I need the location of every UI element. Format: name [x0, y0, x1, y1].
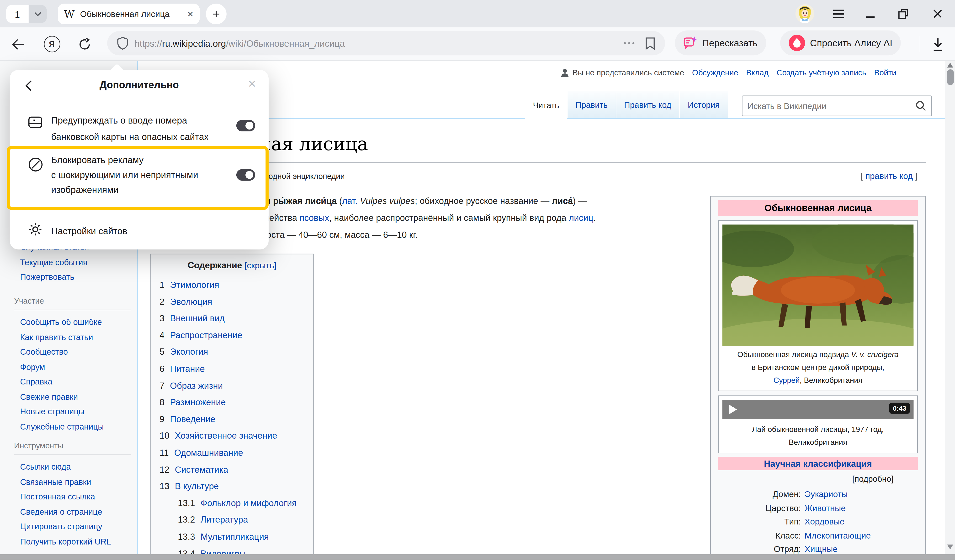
- block-ads-toggle[interactable]: [236, 169, 255, 181]
- panel-close-icon[interactable]: ✕: [248, 78, 257, 91]
- classification-value-link[interactable]: Хордовые: [805, 515, 922, 528]
- personal-link[interactable]: Войти: [874, 68, 896, 77]
- edit-code-link[interactable]: править код: [865, 171, 913, 181]
- toc-link[interactable]: Экология: [170, 347, 208, 357]
- sidebar-link[interactable]: Связанные правки: [20, 475, 127, 490]
- close-window-button[interactable]: [927, 0, 948, 27]
- page-tab[interactable]: Читать: [525, 91, 567, 120]
- classification-details-link[interactable]: [подробно]: [714, 470, 921, 487]
- card-warning-toggle[interactable]: [236, 120, 255, 131]
- toc-link[interactable]: Образ жизни: [170, 381, 223, 390]
- summarize-button[interactable]: Пересказать: [675, 31, 766, 56]
- url-path: /wiki/Обыкновенная_лисица: [226, 38, 345, 48]
- toc-link[interactable]: Одомашнивание: [174, 448, 243, 457]
- toc-link[interactable]: Поведение: [170, 414, 215, 424]
- sidebar-link[interactable]: Как править статьи: [20, 330, 127, 345]
- scrollbar-thumb[interactable]: [947, 69, 954, 85]
- classification-header-link[interactable]: Научная классификация: [764, 459, 872, 468]
- scroll-down-arrow[interactable]: [947, 544, 953, 549]
- personal-link[interactable]: Обсуждение: [692, 68, 738, 77]
- site-settings-item[interactable]: Настройки сайтов: [51, 223, 127, 239]
- new-tab-button[interactable]: +: [206, 3, 227, 24]
- sidebar-link[interactable]: Сообщить об ошибке: [20, 315, 127, 330]
- more-actions-icon[interactable]: [623, 41, 635, 45]
- vertical-scrollbar[interactable]: [945, 61, 955, 554]
- audio-player[interactable]: 0:43: [722, 400, 913, 419]
- toc-link[interactable]: Эволюция: [170, 297, 212, 306]
- toc-header: Содержание [скрыть]: [151, 261, 313, 270]
- toc-link[interactable]: Систематика: [175, 465, 228, 474]
- sidebar-link[interactable]: Сведения о странице: [20, 505, 127, 519]
- sidebar-link[interactable]: Ссылки сюда: [20, 460, 127, 475]
- classification-value-link[interactable]: Млекопитающие: [805, 529, 922, 542]
- chevron-down-icon[interactable]: [29, 5, 47, 23]
- sidebar-link[interactable]: Цитировать страницу: [20, 520, 127, 535]
- downloads-icon[interactable]: [928, 27, 948, 61]
- restore-window-button[interactable]: [893, 0, 914, 27]
- toc-item: 13.3Мультипликация: [151, 529, 313, 546]
- back-button[interactable]: [9, 27, 28, 61]
- toc-link[interactable]: Литература: [200, 515, 248, 525]
- page-tab[interactable]: Править: [568, 91, 616, 118]
- gear-icon: [28, 222, 42, 237]
- toc-link[interactable]: Видеоигры: [200, 549, 246, 554]
- personal-link[interactable]: Вклад: [746, 68, 769, 77]
- reload-icon[interactable]: [75, 27, 94, 61]
- sidebar-link[interactable]: Сообщество: [20, 345, 127, 360]
- ask-alice-label: Спросить Алису AI: [810, 37, 892, 48]
- toc-link[interactable]: Фольклор и мифология: [200, 498, 297, 508]
- tab-counter[interactable]: 1: [6, 5, 29, 23]
- page-tab[interactable]: История: [680, 91, 728, 118]
- classification-value-link[interactable]: Животные: [805, 501, 922, 515]
- fox-photo[interactable]: [722, 225, 913, 346]
- classification-row: Класс:Млекопитающие: [714, 529, 921, 542]
- alice-icon: [789, 34, 805, 51]
- sidebar-link[interactable]: Пожертвовать: [20, 270, 89, 285]
- play-icon[interactable]: [729, 404, 737, 414]
- avatar[interactable]: [795, 4, 814, 23]
- menu-icon[interactable]: [828, 0, 849, 27]
- shield-icon[interactable]: [117, 36, 128, 50]
- toc-link[interactable]: Питание: [170, 364, 205, 373]
- tab-close-icon[interactable]: ✕: [187, 9, 194, 19]
- search-icon[interactable]: [915, 100, 926, 111]
- bookmark-icon[interactable]: [645, 37, 655, 50]
- classification-value-link[interactable]: Хищные: [805, 542, 922, 554]
- sidebar-link[interactable]: Форум: [20, 360, 127, 375]
- card-warning-item[interactable]: Предупреждать о вводе номера банковской …: [51, 112, 209, 145]
- additional-settings-panel: Дополнительно ✕ Предупреждать о вводе но…: [10, 70, 269, 250]
- url-field[interactable]: https://ru.wikipedia.org/wiki/Обыкновенн…: [107, 31, 665, 55]
- sidebar-section-tools: Инструменты: [14, 441, 131, 455]
- toc-hide-link[interactable]: [скрыть]: [244, 261, 277, 270]
- block-ads-item[interactable]: Блокировать рекламу с шокирующими или не…: [51, 153, 198, 197]
- sidebar-link[interactable]: Справка: [20, 375, 127, 390]
- browser-tab[interactable]: W Обыкновенная лисица ✕: [58, 3, 200, 24]
- toc-link[interactable]: Внешний вид: [170, 314, 225, 323]
- sidebar-link[interactable]: Постоянная ссылка: [20, 490, 127, 505]
- toc-link[interactable]: В культуре: [175, 481, 219, 491]
- toc-link[interactable]: Этимология: [170, 280, 219, 290]
- wiki-search-box[interactable]: [742, 96, 932, 116]
- toc-link[interactable]: Распространение: [170, 330, 242, 340]
- sidebar-link[interactable]: Получить короткий URL: [20, 535, 127, 549]
- minimize-button[interactable]: [860, 0, 881, 27]
- toc-link[interactable]: Мультипликация: [200, 532, 269, 541]
- yandex-services-icon[interactable]: Я: [42, 27, 62, 61]
- window-bottom-edge: [0, 554, 955, 560]
- summarize-label: Пересказать: [702, 37, 758, 48]
- personal-link[interactable]: Создать учётную запись: [777, 68, 866, 77]
- scroll-up-arrow[interactable]: [947, 63, 953, 67]
- sidebar-link[interactable]: Служебные страницы: [20, 420, 127, 434]
- page-tab[interactable]: Править код: [616, 91, 679, 118]
- wiki-search-input[interactable]: [742, 101, 915, 111]
- toc-link[interactable]: Размножение: [170, 397, 226, 407]
- tab-counter-control[interactable]: 1: [6, 5, 47, 23]
- sidebar-link[interactable]: Текущие события: [20, 255, 89, 270]
- ask-alice-button[interactable]: Спросить Алису AI: [780, 31, 901, 56]
- classification-value-link[interactable]: Эукариоты: [805, 487, 922, 501]
- classification-row: Царство:Животные: [714, 501, 921, 515]
- sidebar-link[interactable]: Свежие правки: [20, 390, 127, 404]
- sidebar-link[interactable]: Новые страницы: [20, 404, 127, 419]
- sidebar-section-participation: Участие: [14, 296, 131, 310]
- toc-link[interactable]: Хозяйственное значение: [175, 431, 277, 441]
